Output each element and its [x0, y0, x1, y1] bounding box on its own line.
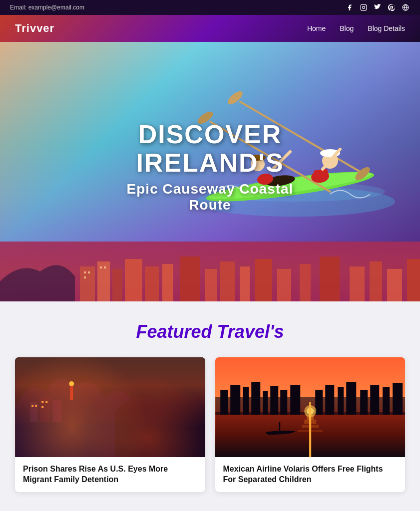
svg-point-62 [69, 381, 74, 386]
svg-rect-66 [220, 390, 228, 415]
svg-rect-33 [220, 261, 235, 301]
email-label: Email: example@email.com [10, 4, 84, 11]
svg-rect-87 [279, 422, 280, 433]
svg-point-89 [307, 408, 314, 415]
svg-rect-75 [325, 385, 334, 415]
hero-city-bg [0, 242, 420, 301]
featured-section: Featured Travel's [0, 301, 420, 507]
svg-rect-50 [15, 422, 205, 457]
svg-rect-53 [40, 397, 50, 422]
svg-rect-0 [361, 4, 367, 10]
hero-subtitle: Epic Causeway Coastal Route [105, 182, 315, 214]
svg-rect-67 [230, 385, 240, 415]
svg-rect-81 [393, 383, 403, 415]
svg-rect-36 [277, 269, 291, 301]
svg-point-2 [365, 5, 366, 6]
svg-rect-84 [304, 420, 316, 424]
svg-point-1 [363, 6, 365, 9]
twitter-icon[interactable] [373, 3, 382, 12]
svg-rect-86 [298, 430, 323, 432]
svg-rect-72 [280, 390, 287, 415]
hero-text-block: DISCOVER IRELAND'S Epic Causeway Coastal… [105, 120, 315, 213]
svg-rect-69 [251, 382, 260, 415]
card-2-title: Mexican Airline Volaris Offers Free Flig… [223, 464, 398, 485]
extra-icon[interactable] [401, 3, 410, 12]
svg-rect-46 [100, 266, 102, 268]
social-icons-container [345, 3, 410, 12]
card-2-body: Mexican Airline Volaris Offers Free Flig… [215, 457, 406, 492]
svg-rect-26 [97, 261, 110, 301]
svg-rect-64 [215, 412, 405, 457]
svg-rect-30 [162, 264, 173, 301]
card-1-title: Prison Shares Rise As U.S. Eyes More Mig… [23, 464, 197, 485]
svg-rect-37 [300, 264, 311, 301]
svg-rect-78 [360, 390, 368, 415]
svg-rect-49 [15, 357, 205, 457]
svg-rect-79 [370, 385, 379, 415]
svg-rect-18 [314, 169, 329, 181]
svg-rect-58 [45, 401, 47, 403]
nav-blog-details[interactable]: Blog Details [368, 24, 405, 32]
svg-rect-85 [302, 425, 319, 428]
top-bar: Email: example@email.com [0, 0, 420, 15]
svg-rect-41 [387, 269, 402, 301]
svg-rect-59 [41, 406, 43, 408]
featured-card-2[interactable]: Mexican Airline Volaris Offers Free Flig… [215, 357, 406, 492]
card-1-image [15, 357, 205, 457]
hero-section: DISCOVER IRELAND'S Epic Causeway Coastal… [0, 42, 420, 301]
hero-title: DISCOVER IRELAND'S [105, 120, 315, 177]
svg-rect-77 [346, 382, 356, 415]
svg-rect-52 [30, 402, 37, 422]
card-2-image [215, 357, 406, 457]
svg-rect-68 [243, 387, 249, 415]
svg-rect-28 [125, 259, 142, 301]
svg-rect-71 [270, 386, 278, 415]
svg-rect-42 [407, 259, 420, 301]
featured-section-title: Featured Travel's [15, 321, 405, 342]
svg-rect-73 [290, 385, 300, 415]
svg-rect-43 [84, 271, 86, 273]
main-nav: Trivver Home Blog Blog Details [0, 15, 420, 42]
svg-rect-48 [15, 357, 205, 457]
svg-rect-74 [315, 390, 323, 415]
svg-rect-35 [255, 259, 272, 301]
facebook-icon[interactable] [345, 3, 354, 12]
svg-rect-38 [320, 256, 340, 301]
svg-rect-76 [338, 387, 344, 415]
svg-rect-45 [84, 276, 86, 278]
svg-rect-54 [52, 400, 61, 422]
svg-point-11 [226, 89, 245, 106]
nav-blog[interactable]: Blog [340, 24, 354, 32]
svg-rect-29 [145, 266, 159, 301]
nav-links: Home Blog Blog Details [307, 24, 405, 32]
svg-rect-44 [88, 271, 90, 273]
cards-grid: Prison Shares Rise As U.S. Eyes More Mig… [15, 357, 405, 492]
svg-rect-80 [383, 387, 390, 415]
svg-rect-32 [205, 269, 217, 301]
instagram-icon[interactable] [359, 3, 368, 12]
svg-rect-56 [35, 405, 37, 407]
svg-rect-31 [180, 256, 200, 301]
svg-rect-82 [309, 412, 311, 457]
svg-rect-25 [80, 266, 95, 301]
svg-rect-61 [70, 385, 73, 400]
svg-rect-27 [112, 269, 122, 301]
svg-rect-51 [15, 427, 205, 457]
svg-point-88 [304, 405, 316, 417]
card-1-body: Prison Shares Rise As U.S. Eyes More Mig… [15, 457, 205, 492]
pinterest-icon[interactable] [387, 3, 396, 12]
svg-rect-57 [41, 401, 43, 403]
nav-home[interactable]: Home [307, 24, 326, 32]
svg-rect-47 [104, 266, 106, 268]
svg-rect-39 [350, 266, 365, 301]
svg-rect-60 [15, 357, 205, 427]
svg-rect-55 [31, 405, 33, 407]
featured-card-1[interactable]: Prison Shares Rise As U.S. Eyes More Mig… [15, 357, 205, 492]
svg-rect-70 [263, 391, 268, 415]
svg-rect-34 [240, 266, 250, 301]
svg-rect-40 [370, 261, 382, 301]
site-logo[interactable]: Trivver [15, 22, 54, 35]
